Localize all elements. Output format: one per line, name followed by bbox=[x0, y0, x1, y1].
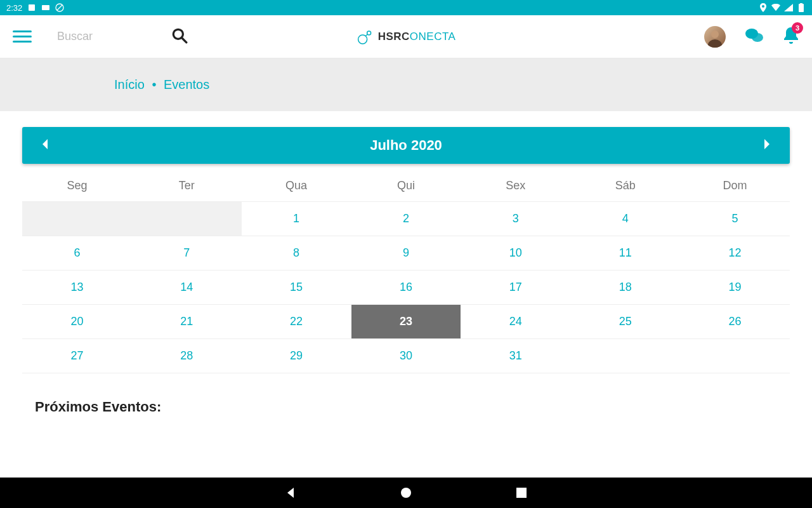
calendar-day[interactable]: 16 bbox=[351, 271, 461, 305]
calendar-day[interactable]: 2 bbox=[351, 202, 461, 236]
upcoming-events-title: Próximos Eventos: bbox=[0, 380, 812, 415]
calendar-day[interactable]: 23 bbox=[351, 305, 461, 339]
calendar-day bbox=[680, 339, 790, 373]
breadcrumb-home[interactable]: Início bbox=[114, 77, 145, 91]
svg-rect-16 bbox=[516, 488, 527, 498]
svg-line-10 bbox=[365, 34, 368, 36]
calendar-day[interactable]: 18 bbox=[570, 271, 680, 305]
svg-rect-1 bbox=[42, 5, 49, 10]
calendar-day[interactable]: 24 bbox=[461, 305, 570, 339]
status-app-icon bbox=[27, 3, 36, 12]
calendar-weekday: Qua bbox=[242, 170, 351, 202]
calendar-next-button[interactable] bbox=[763, 139, 771, 152]
calendar-weekday: Sáb bbox=[570, 170, 680, 202]
breadcrumb-sep: • bbox=[152, 77, 156, 91]
nav-home-button[interactable] bbox=[399, 486, 413, 500]
calendar-day[interactable]: 6 bbox=[22, 236, 132, 271]
calendar-day[interactable]: 21 bbox=[132, 305, 242, 339]
calendar-day[interactable]: 4 bbox=[570, 202, 680, 236]
svg-point-15 bbox=[401, 488, 411, 498]
nav-recent-button[interactable] bbox=[514, 486, 528, 500]
calendar-day[interactable]: 9 bbox=[351, 236, 461, 271]
calendar-day[interactable]: 15 bbox=[242, 271, 351, 305]
calendar-day[interactable]: 31 bbox=[461, 339, 570, 373]
calendar-day[interactable]: 30 bbox=[351, 339, 461, 373]
calendar-day[interactable]: 11 bbox=[570, 236, 680, 271]
calendar-weekday: Sex bbox=[461, 170, 570, 202]
logo-text: HSRCONECTA bbox=[378, 30, 456, 43]
search-icon[interactable] bbox=[171, 27, 188, 46]
notification-badge: 3 bbox=[792, 22, 803, 34]
calendar-day[interactable]: 1 bbox=[242, 202, 351, 236]
app-logo: HSRCONECTA bbox=[357, 28, 456, 46]
calendar-day[interactable]: 17 bbox=[461, 271, 570, 305]
wifi-icon bbox=[771, 3, 780, 12]
svg-rect-0 bbox=[29, 4, 35, 11]
calendar-day[interactable]: 25 bbox=[570, 305, 680, 339]
notifications-button[interactable]: 3 bbox=[783, 26, 799, 48]
calendar-grid: SegTerQuaQuiSexSábDom 123456789101112131… bbox=[22, 170, 790, 373]
logo-icon bbox=[357, 28, 374, 46]
calendar-day bbox=[22, 202, 132, 236]
location-icon bbox=[759, 3, 768, 12]
calendar-day[interactable]: 19 bbox=[680, 271, 790, 305]
svg-point-12 bbox=[708, 39, 722, 48]
status-no-sync-icon bbox=[55, 3, 64, 12]
calendar-header: Julho 2020 bbox=[22, 127, 790, 164]
calendar-day[interactable]: 8 bbox=[242, 236, 351, 271]
svg-point-11 bbox=[711, 30, 719, 38]
calendar-day[interactable]: 7 bbox=[132, 236, 242, 271]
calendar-day[interactable]: 13 bbox=[22, 271, 132, 305]
svg-rect-5 bbox=[800, 3, 802, 4]
svg-line-7 bbox=[181, 37, 187, 43]
calendar-day[interactable]: 5 bbox=[680, 202, 790, 236]
calendar-weekday: Dom bbox=[680, 170, 790, 202]
calendar-prev-button[interactable] bbox=[41, 139, 49, 152]
svg-line-3 bbox=[57, 5, 62, 10]
calendar-weekday: Qui bbox=[351, 170, 461, 202]
breadcrumb: Início • Eventos bbox=[0, 58, 812, 111]
calendar-day[interactable]: 22 bbox=[242, 305, 351, 339]
svg-rect-4 bbox=[799, 4, 804, 12]
status-time: 2:32 bbox=[6, 3, 22, 13]
status-card-icon bbox=[41, 3, 50, 12]
calendar-day bbox=[570, 339, 680, 373]
signal-icon bbox=[784, 3, 793, 12]
chat-icon[interactable] bbox=[745, 27, 764, 46]
menu-icon[interactable] bbox=[13, 27, 32, 46]
calendar-weekday: Ter bbox=[132, 170, 242, 202]
android-status-bar: 2:32 bbox=[0, 0, 812, 15]
calendar-day[interactable]: 28 bbox=[132, 339, 242, 373]
calendar-weekday: Seg bbox=[22, 170, 132, 202]
nav-back-button[interactable] bbox=[284, 486, 298, 500]
calendar-day[interactable]: 27 bbox=[22, 339, 132, 373]
breadcrumb-current[interactable]: Eventos bbox=[164, 77, 209, 91]
search-input[interactable] bbox=[57, 30, 152, 43]
calendar-day[interactable]: 12 bbox=[680, 236, 790, 271]
calendar: Julho 2020 SegTerQuaQuiSexSábDom 1234567… bbox=[0, 111, 812, 380]
battery-icon bbox=[797, 3, 806, 12]
calendar-title: Julho 2020 bbox=[370, 137, 442, 154]
app-header: HSRCONECTA 3 bbox=[0, 15, 812, 58]
svg-point-14 bbox=[752, 33, 763, 42]
calendar-day[interactable]: 14 bbox=[132, 271, 242, 305]
calendar-day[interactable]: 3 bbox=[461, 202, 570, 236]
avatar[interactable] bbox=[704, 26, 726, 48]
calendar-day[interactable]: 10 bbox=[461, 236, 570, 271]
android-nav-bar bbox=[0, 478, 812, 508]
calendar-day[interactable]: 26 bbox=[680, 305, 790, 339]
calendar-day[interactable]: 20 bbox=[22, 305, 132, 339]
calendar-day[interactable]: 29 bbox=[242, 339, 351, 373]
calendar-day bbox=[132, 202, 242, 236]
